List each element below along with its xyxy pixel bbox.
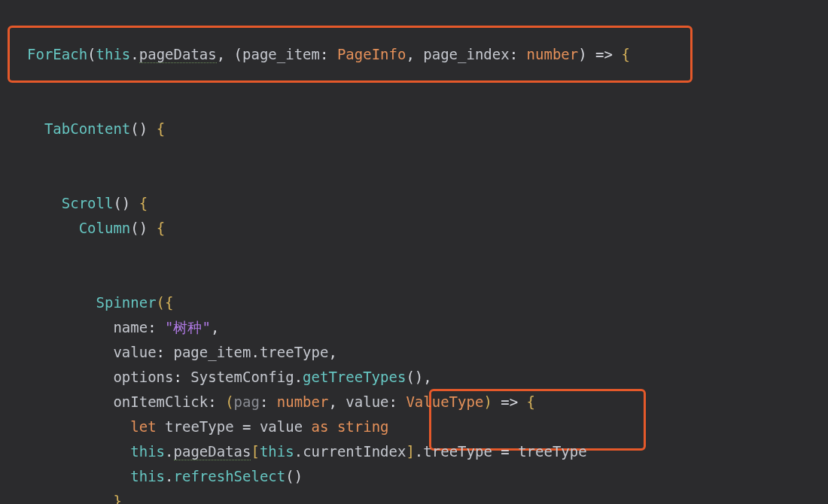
token-refreshselect: refreshSelect <box>174 468 286 484</box>
token-name-key: name <box>113 319 148 335</box>
token-pagedatas: pageDatas <box>139 46 217 63</box>
token-spinner: Spinner <box>96 294 157 311</box>
token-pag: pag <box>234 393 260 410</box>
token-number: number <box>527 46 579 62</box>
token-as: as <box>312 418 329 435</box>
token-valuetype: ValueType <box>406 393 483 410</box>
token-page-item: page_item <box>242 46 320 62</box>
token-page-index: page_index <box>423 46 509 62</box>
code-block: ForEach(this.pageDatas, (page_item: Page… <box>27 42 630 504</box>
token-scroll: Scroll <box>62 195 114 211</box>
token-string-literal: "树种" <box>165 319 211 335</box>
token-this-2: this <box>130 443 165 460</box>
token-pageinfo: PageInfo <box>337 46 406 62</box>
code-editor[interactable]: ForEach(this.pageDatas, (page_item: Page… <box>0 0 828 504</box>
token-column: Column <box>79 220 131 236</box>
token-foreach: ForEach <box>27 46 87 62</box>
token-tabcontent: TabContent <box>44 120 130 137</box>
token-onitemclick: onItemClick <box>113 393 208 410</box>
token-let: let <box>130 418 156 435</box>
token-options-key: options <box>113 369 173 385</box>
token-this: this <box>96 46 131 62</box>
token-value-key: value <box>113 344 156 360</box>
token-this-3: this <box>130 468 165 484</box>
